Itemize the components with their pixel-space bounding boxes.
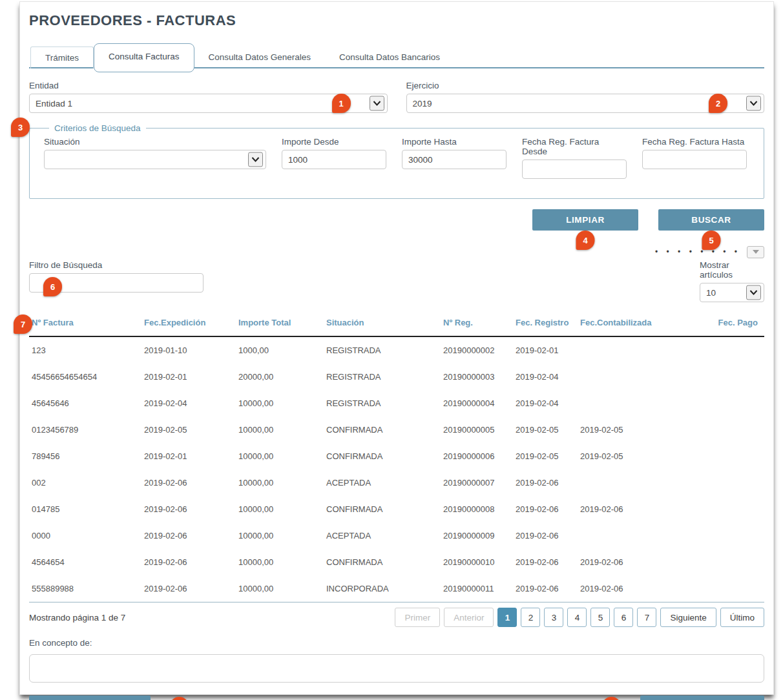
cell-fec-pago xyxy=(707,417,764,443)
cell-num-reg: 20190000005 xyxy=(441,417,513,443)
tab-consulta-datos-bancarios[interactable]: Consulta Datos Bancarios xyxy=(325,46,454,68)
pagination-page-2[interactable]: 2 xyxy=(521,608,540,627)
pagination-page-3[interactable]: 3 xyxy=(544,608,563,627)
cell-situacion: REGISTRADA xyxy=(324,336,441,364)
cell-fec-pago xyxy=(707,469,764,496)
triangle-down-icon xyxy=(753,250,759,254)
column-header-num-reg[interactable]: Nº Reg. xyxy=(441,311,513,336)
tab-consulta-facturas[interactable]: Consulta Facturas xyxy=(94,43,194,72)
cerrar-button[interactable]: CERRAR xyxy=(640,695,764,700)
ejercicio-select[interactable]: 2019 2 xyxy=(406,94,765,113)
cell-fec-registro: 2019-02-01 xyxy=(513,336,578,364)
column-header-fec-expedicion[interactable]: Fec.Expedición xyxy=(141,311,236,336)
column-header-fec-contabilizada[interactable]: Fec.Contabilizada xyxy=(578,311,707,336)
pagination-page-4[interactable]: 4 xyxy=(567,608,587,627)
table-row[interactable]: 00002019-02-0610000,00ACEPTADA2019000000… xyxy=(29,522,764,549)
cell-fec-contabilizada xyxy=(578,390,707,417)
pagination-last-button[interactable]: Último xyxy=(720,608,764,627)
table-row[interactable]: 01234567892019-02-0510000,00CONFIRMADA20… xyxy=(29,417,764,443)
pagination-prev-button[interactable]: Anterior xyxy=(444,608,494,627)
cell-fec-pago xyxy=(707,336,764,364)
column-header-num-factura[interactable]: Nº Factura xyxy=(29,311,141,336)
annotation-badge-7: 7 xyxy=(14,314,32,334)
pagination-page-1[interactable]: 1 xyxy=(497,608,517,627)
column-header-fec-pago[interactable]: Fec. Pago xyxy=(707,311,764,336)
cell-num-reg: 20190000004 xyxy=(441,390,513,417)
criterios-busqueda-legend: Criterios de Búsqueda xyxy=(49,123,146,133)
importe-desde-input[interactable] xyxy=(282,150,386,169)
en-concepto-de-textarea[interactable] xyxy=(29,654,764,683)
cell-fec-expedicion: 2019-02-06 xyxy=(141,522,236,549)
cell-fec-registro: 2019-02-05 xyxy=(513,417,578,443)
table-row[interactable]: 454566546546542019-02-0120000,00REGISTRA… xyxy=(29,364,764,390)
cell-num-factura: 4564654 xyxy=(29,549,141,575)
cell-fec-expedicion: 2019-02-06 xyxy=(141,549,236,575)
table-row[interactable]: 45646542019-02-0610000,00CONFIRMADA20190… xyxy=(29,549,764,575)
table-row[interactable]: 0147852019-02-0610000,00CONFIRMADA201900… xyxy=(29,496,764,522)
buscar-button[interactable]: BUSCAR xyxy=(658,209,764,231)
cell-num-factura: 002 xyxy=(29,469,141,496)
cell-num-factura: 0000 xyxy=(29,522,141,549)
mostrar-articulos-select[interactable]: 10 xyxy=(700,283,764,302)
annotation-badge-1: 1 xyxy=(332,94,351,113)
table-row[interactable]: 1232019-01-101000,00REGISTRADA2019000000… xyxy=(29,336,764,364)
cell-importe-total: 10000,00 xyxy=(236,575,324,602)
cell-importe-total: 10000,00 xyxy=(236,469,324,496)
cell-fec-registro: 2019-02-04 xyxy=(513,364,578,390)
situacion-label: Situación xyxy=(44,137,266,147)
tab-consulta-datos-generales[interactable]: Consulta Datos Generales xyxy=(194,46,325,68)
proveedores-facturas-window: PROVEEDORES - FACTURAS Trámites Consulta… xyxy=(19,1,774,695)
cell-situacion: CONFIRMADA xyxy=(324,549,441,575)
cell-num-factura: 45645646 xyxy=(29,390,141,417)
options-dropdown-button[interactable] xyxy=(747,246,764,258)
tab-tramites[interactable]: Trámites xyxy=(30,46,94,68)
cell-situacion: CONFIRMADA xyxy=(324,443,441,469)
limpiar-button[interactable]: LIMPIAR xyxy=(532,209,638,231)
cell-fec-pago xyxy=(707,575,764,602)
cell-importe-total: 10000,00 xyxy=(236,522,324,549)
table-row[interactable]: 456456462019-02-0410000,00REGISTRADA2019… xyxy=(29,390,764,417)
importe-hasta-label: Importe Hasta xyxy=(402,137,506,147)
cell-situacion: INCORPORADA xyxy=(324,575,441,602)
entidad-select[interactable]: Entidad 1 1 xyxy=(29,94,388,113)
cell-fec-contabilizada: 2019-02-05 xyxy=(578,417,707,443)
pagination-page-7[interactable]: 7 xyxy=(637,608,656,627)
fecha-reg-hasta-input[interactable] xyxy=(642,150,747,169)
cell-num-reg: 20190000007 xyxy=(441,469,513,496)
page-title: PROVEEDORES - FACTURAS xyxy=(29,12,764,29)
cell-fec-contabilizada: 2019-02-06 xyxy=(578,496,707,522)
cell-num-factura: 45456654654654 xyxy=(29,364,141,390)
cell-num-reg: 20190000008 xyxy=(441,496,513,522)
table-row[interactable]: 5558899882019-02-0610000,00INCORPORADA20… xyxy=(29,575,764,602)
column-header-fec-registro[interactable]: Fec. Registro xyxy=(513,311,578,336)
annotation-badge-9: 9 xyxy=(602,697,621,700)
cell-num-factura: 789456 xyxy=(29,443,141,469)
expedientes-button[interactable]: EXPEDIENTES xyxy=(29,695,151,700)
chevron-down-icon xyxy=(746,96,761,111)
cell-num-reg: 20190000003 xyxy=(441,364,513,390)
column-header-situacion[interactable]: Situación xyxy=(324,311,441,336)
pagination-page-6[interactable]: 6 xyxy=(614,608,633,627)
pagination-first-button[interactable]: Primer xyxy=(395,608,440,627)
cell-fec-expedicion: 2019-02-04 xyxy=(141,390,236,417)
cell-fec-registro: 2019-02-06 xyxy=(513,522,578,549)
cell-importe-total: 20000,00 xyxy=(236,364,324,390)
importe-hasta-input[interactable] xyxy=(402,150,506,169)
table-row[interactable]: 7894562019-02-0110000,00CONFIRMADA201900… xyxy=(29,443,764,469)
chevron-down-icon xyxy=(370,96,384,111)
cell-fec-registro: 2019-02-06 xyxy=(513,575,578,602)
fecha-reg-desde-input[interactable] xyxy=(522,160,627,179)
pagination-summary: Mostrando página 1 de 7 xyxy=(29,613,125,623)
cell-num-factura: 014785 xyxy=(29,496,141,522)
cell-num-factura: 0123456789 xyxy=(29,417,141,443)
annotation-badge-4: 4 xyxy=(576,231,595,250)
cell-fec-expedicion: 2019-02-01 xyxy=(141,364,236,390)
pagination-page-5[interactable]: 5 xyxy=(590,608,610,627)
column-header-importe-total[interactable]: Importe Total xyxy=(236,311,324,336)
annotation-badge-2: 2 xyxy=(709,94,727,113)
table-row[interactable]: 0022019-02-0610000,00ACEPTADA20190000007… xyxy=(29,469,764,496)
pagination-next-button[interactable]: Siguiente xyxy=(660,608,716,627)
ejercicio-label: Ejercicio xyxy=(406,81,765,90)
cell-fec-expedicion: 2019-02-01 xyxy=(141,443,236,469)
situacion-select[interactable] xyxy=(44,150,266,169)
